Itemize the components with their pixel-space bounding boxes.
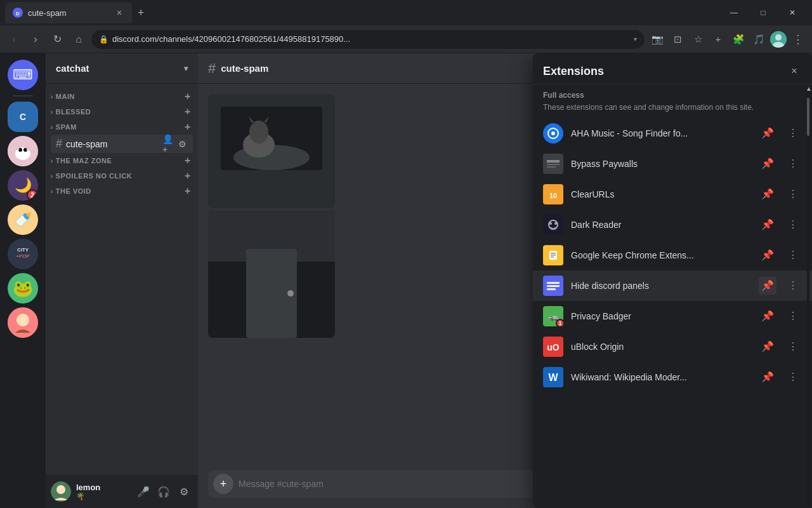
bookmark-icon[interactable]: ☆ [689,30,707,48]
dark-reader-icon [543,215,563,235]
privacy-badger-pin-button[interactable]: 📌 [759,307,776,325]
server-icon-city[interactable]: CITY +POP [8,239,38,269]
profile-avatar[interactable] [770,31,787,48]
browser-menu-button[interactable]: ⋮ [789,30,807,48]
active-tab[interactable]: D cute-spam × [5,2,132,23]
aha-music-pin-button[interactable]: 📌 [759,124,776,142]
svg-point-15 [56,485,65,494]
server-icon-baby[interactable]: 🍼 [8,204,38,235]
svg-rect-31 [547,166,556,168]
toolbar-actions: 📷 ⊡ ☆ + 🧩 🎵 ⋮ [648,30,807,48]
maximize-button[interactable]: □ [749,3,778,23]
google-keep-name: Google Keep Chrome Extens... [571,250,751,260]
extension-item-dark-reader[interactable]: Dark Reader 📌 ⋮ [533,210,812,240]
extension-item-ublock[interactable]: uO uBlock Origin 📌 ⋮ [533,331,812,362]
extensions-puzzle-icon[interactable]: 🧩 [730,30,747,48]
wikiwand-pin-button[interactable]: 📌 [759,368,776,386]
google-keep-more-button[interactable]: ⋮ [784,246,802,264]
close-button[interactable]: ✕ [778,3,807,23]
bypass-paywalls-pin-button[interactable]: 📌 [759,155,776,173]
user-settings-button[interactable]: ⚙ [175,483,193,500]
address-text: discord.com/channels/420960021476802561/… [112,34,630,44]
hide-discord-name: Hide discord panels [571,281,751,291]
extensions-close-button[interactable]: × [787,64,802,79]
add-channel-main[interactable]: + [183,91,193,102]
refresh-button[interactable]: ↻ [48,30,66,48]
dark-reader-more-button[interactable]: ⋮ [784,216,802,234]
tab-close-button[interactable]: × [114,8,124,18]
extension-item-clearurls[interactable]: 10 ClearURLs 📌 ⋮ [533,179,812,210]
server-icon-frog[interactable]: 🐸 [8,273,38,304]
clearurls-icon: 10 [543,184,563,204]
category-arrow-spoilers: › [51,173,53,180]
back-button[interactable]: ‹ [5,30,23,48]
category-blessed[interactable]: › BLESSED + [46,104,198,119]
mute-button[interactable]: 🎤 [134,483,152,500]
forward-button[interactable]: › [27,30,44,48]
category-label-void: THE VOID [56,187,91,195]
add-channel-void[interactable]: + [183,186,193,196]
category-spoilers[interactable]: › SPOILERS NO CLICK + [46,168,198,184]
extension-item-wikiwand[interactable]: W Wikiwand: Wikipedia Moder... 📌 ⋮ [533,362,812,392]
wikiwand-more-button[interactable]: ⋮ [784,368,802,386]
user-tag: 🌴 [76,492,129,500]
new-tab-button[interactable]: + [132,4,150,22]
open-tab-icon[interactable]: ⊡ [669,30,686,48]
lock-icon: 🔒 [99,35,108,44]
server-icon-moon[interactable]: 🌙 2 [8,170,38,201]
video-icon[interactable]: 📷 [648,30,666,48]
server-icon-discord-home[interactable]: ⌨ [8,60,38,90]
add-member-icon[interactable]: 👤+ [162,138,174,150]
extension-item-bypass-paywalls[interactable]: Bypass Paywalls 📌 ⋮ [533,149,812,179]
clearurls-pin-button[interactable]: 📌 [759,185,776,203]
deafen-button[interactable]: 🎧 [155,483,173,500]
add-channel-maz[interactable]: + [183,156,193,166]
channel-item-cute-spam[interactable]: # cute-spam 👤+ ⚙ [51,135,193,153]
category-arrow-void: › [51,188,53,195]
category-maz-zone[interactable]: › THE MAZ ZONE + [46,153,198,168]
category-main[interactable]: › MAIN + [46,89,198,104]
add-channel-blessed[interactable]: + [183,107,193,117]
extension-item-aha-music[interactable]: AHA Music - Song Finder fo... 📌 ⋮ [533,118,812,149]
add-attachment-button[interactable]: + [213,474,233,494]
hide-discord-pin-button[interactable]: 📌 [759,277,776,295]
add-channel-spoilers[interactable]: + [183,171,193,181]
extension-item-google-keep[interactable]: Google Keep Chrome Extens... 📌 ⋮ [533,240,812,271]
aha-music-more-button[interactable]: ⋮ [784,124,802,142]
clearurls-more-button[interactable]: ⋮ [784,185,802,203]
scroll-up-arrow[interactable]: ▲ [806,85,811,90]
server-icon-catchat[interactable]: C [8,102,38,132]
bypass-paywalls-more-button[interactable]: ⋮ [784,155,802,173]
extension-item-hide-discord[interactable]: Hide discord panels 📌 ⋮ [533,271,812,301]
extensions-scrollbar[interactable]: ▲ [806,85,811,508]
server-header[interactable]: catchat ▾ [46,53,198,84]
add-extension-icon[interactable]: + [709,30,727,48]
server-icon-girl[interactable] [8,307,38,338]
hide-discord-more-button[interactable]: ⋮ [784,277,802,295]
scroll-thumb [807,98,809,136]
add-channel-spam[interactable]: + [183,122,193,132]
aha-music-name: AHA Music - Song Finder fo... [571,128,751,138]
privacy-badger-icon: 🦡 1 [543,306,563,326]
browser-frame: D cute-spam × + — □ ✕ ‹ › ↻ ⌂ 🔒 discord.… [0,0,812,508]
extension-item-privacy-badger[interactable]: 🦡 1 Privacy Badger 📌 ⋮ [533,301,812,331]
tab-title: cute-spam [28,8,109,18]
clearurls-name: ClearURLs [571,189,751,199]
address-bar[interactable]: 🔒 discord.com/channels/42096002147680256… [91,30,645,49]
music-icon[interactable]: 🎵 [750,30,768,48]
dark-reader-pin-button[interactable]: 📌 [759,216,776,234]
home-button[interactable]: ⌂ [70,30,88,48]
server-icon-cat[interactable] [8,136,38,166]
category-spam[interactable]: › SPAM + [46,119,198,135]
ublock-more-button[interactable]: ⋮ [784,338,802,356]
scroll-track[interactable] [807,91,809,507]
privacy-badger-more-button[interactable]: ⋮ [784,307,802,325]
google-keep-pin-button[interactable]: 📌 [759,246,776,264]
category-arrow-blessed: › [51,109,53,116]
browser-content: ⌨ C [0,53,812,508]
minimize-button[interactable]: — [719,3,749,23]
category-void[interactable]: › THE VOID + [46,184,198,199]
ublock-pin-button[interactable]: 📌 [759,338,776,356]
settings-icon[interactable]: ⚙ [176,138,188,150]
svg-text:D: D [16,11,20,17]
